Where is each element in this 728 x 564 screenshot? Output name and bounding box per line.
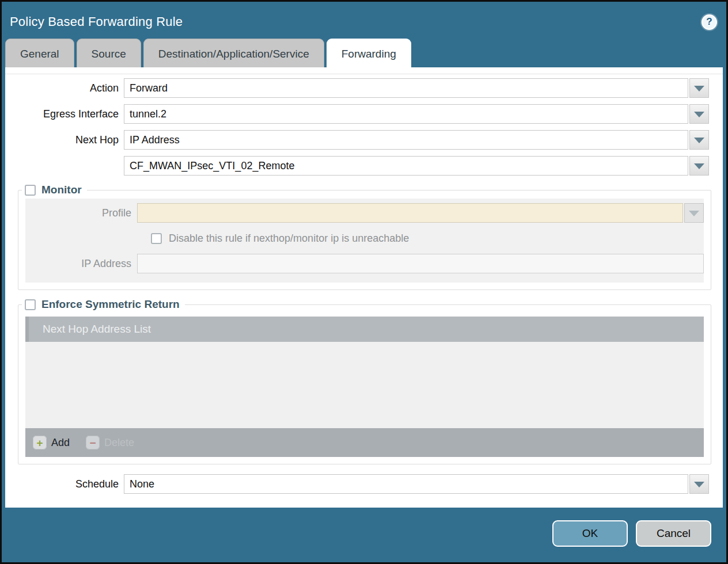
- tab-bar: General Source Destination/Application/S…: [2, 39, 726, 67]
- action-dropdown[interactable]: Forward: [124, 78, 709, 98]
- schedule-dropdown[interactable]: None: [124, 474, 709, 494]
- ok-button[interactable]: OK: [552, 520, 628, 547]
- panel-top-divider: [5, 67, 723, 74]
- action-value[interactable]: Forward: [124, 78, 688, 98]
- add-button[interactable]: + Add: [33, 436, 70, 449]
- schedule-dropdown-button[interactable]: [689, 474, 709, 494]
- next-hop-address-dropdown-button[interactable]: [689, 156, 709, 176]
- next-hop-address-value[interactable]: CF_MWAN_IPsec_VTI_02_Remote: [124, 156, 688, 176]
- disable-rule-label: Disable this rule if nexthop/monitor ip …: [169, 233, 409, 245]
- forwarding-tab-panel: Action Forward Egress Interface tunnel.2…: [5, 67, 723, 508]
- chevron-down-icon: [689, 211, 699, 216]
- dialog-footer: OK Cancel: [2, 508, 726, 562]
- monitor-legend: Monitor: [22, 184, 87, 196]
- monitor-ip-row: IP Address: [25, 254, 704, 273]
- monitor-ip-input[interactable]: [137, 254, 704, 273]
- minus-icon: −: [86, 436, 100, 449]
- next-hop-address-dropdown[interactable]: CF_MWAN_IPsec_VTI_02_Remote: [124, 156, 709, 176]
- egress-interface-label: Egress Interface: [5, 108, 124, 120]
- add-button-label: Add: [51, 437, 70, 449]
- delete-button[interactable]: − Delete: [86, 436, 134, 449]
- next-hop-address-list-toolbar: + Add − Delete: [25, 428, 704, 457]
- enforce-symmetric-return-group: Enforce Symmetric Return Next Hop Addres…: [18, 298, 711, 464]
- next-hop-label: Next Hop: [5, 134, 124, 146]
- chevron-down-icon: [694, 482, 704, 487]
- action-row: Action Forward: [5, 78, 709, 98]
- monitor-checkbox[interactable]: [25, 185, 36, 196]
- profile-value[interactable]: [137, 203, 683, 223]
- disable-rule-checkbox[interactable]: [151, 233, 162, 244]
- help-icon[interactable]: ?: [702, 14, 717, 30]
- next-hop-type-dropdown-button[interactable]: [689, 130, 709, 150]
- next-hop-row: Next Hop IP Address: [5, 130, 709, 150]
- chevron-down-icon: [694, 163, 704, 169]
- egress-interface-dropdown-button[interactable]: [689, 104, 709, 124]
- enforce-symmetric-return-legend-label: Enforce Symmetric Return: [41, 298, 180, 311]
- monitor-ip-label: IP Address: [25, 258, 137, 270]
- next-hop-type-dropdown[interactable]: IP Address: [124, 130, 709, 150]
- enforce-symmetric-return-legend: Enforce Symmetric Return: [22, 298, 185, 311]
- next-hop-address-list-table: Next Hop Address List + Add − Delete: [25, 317, 704, 457]
- egress-interface-value[interactable]: tunnel.2: [124, 104, 688, 124]
- dialog-titlebar: Policy Based Forwarding Rule ?: [2, 2, 726, 39]
- action-label: Action: [5, 82, 124, 94]
- next-hop-address-list-body: [25, 342, 704, 428]
- next-hop-address-list-header: Next Hop Address List: [25, 317, 704, 342]
- chevron-down-icon: [694, 112, 704, 117]
- profile-row: Profile: [25, 203, 704, 223]
- next-hop-address-row: CF_MWAN_IPsec_VTI_02_Remote: [5, 156, 709, 176]
- tab-forwarding[interactable]: Forwarding: [327, 39, 411, 67]
- monitor-disabled-panel: Profile Disable this rule if nexthop/mon…: [25, 199, 704, 283]
- delete-button-label: Delete: [104, 437, 134, 449]
- disable-rule-row: Disable this rule if nexthop/monitor ip …: [151, 233, 704, 245]
- pbf-rule-dialog: Policy Based Forwarding Rule ? General S…: [0, 0, 728, 564]
- schedule-row: Schedule None: [5, 474, 709, 494]
- monitor-legend-label: Monitor: [41, 184, 82, 196]
- dialog-title: Policy Based Forwarding Rule: [10, 14, 183, 29]
- schedule-value[interactable]: None: [124, 474, 688, 494]
- cancel-button[interactable]: Cancel: [636, 520, 711, 547]
- chevron-down-icon: [694, 86, 704, 92]
- profile-dropdown[interactable]: [137, 203, 704, 223]
- egress-interface-row: Egress Interface tunnel.2: [5, 104, 709, 124]
- action-dropdown-button[interactable]: [689, 78, 709, 98]
- plus-icon: +: [33, 436, 47, 449]
- tab-destination-application-service[interactable]: Destination/Application/Service: [143, 39, 324, 67]
- profile-label: Profile: [25, 207, 137, 219]
- tab-general[interactable]: General: [5, 39, 74, 67]
- monitor-ip-field-wrap: [137, 254, 704, 273]
- profile-dropdown-button[interactable]: [684, 203, 704, 223]
- next-hop-type-value[interactable]: IP Address: [124, 130, 688, 150]
- schedule-label: Schedule: [5, 478, 124, 490]
- tab-source[interactable]: Source: [77, 39, 141, 67]
- egress-interface-dropdown[interactable]: tunnel.2: [124, 104, 709, 124]
- chevron-down-icon: [694, 138, 704, 143]
- monitor-group: Monitor Profile Disable this rule if nex…: [18, 184, 711, 290]
- enforce-symmetric-return-checkbox[interactable]: [25, 299, 36, 310]
